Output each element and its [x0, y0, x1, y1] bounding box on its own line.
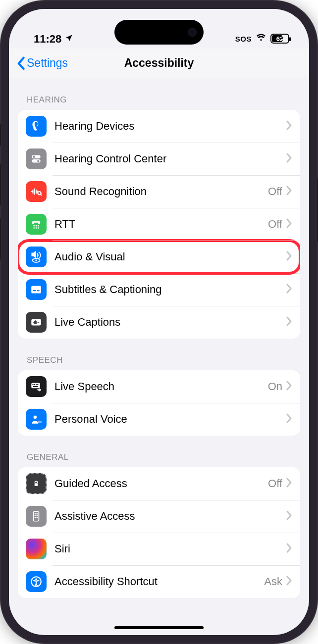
- section-header-speech: SPEECH: [9, 339, 309, 370]
- row-value: Ask: [264, 575, 282, 588]
- row-value: Off: [268, 185, 282, 198]
- svg-point-5: [33, 225, 35, 227]
- toggles-icon: [26, 149, 47, 169]
- home-indicator[interactable]: [114, 626, 204, 629]
- chevron-right-icon: [286, 381, 292, 393]
- row-value: Off: [268, 477, 282, 490]
- svg-point-10: [38, 227, 39, 229]
- row-siri[interactable]: Siri: [18, 533, 300, 565]
- chevron-right-icon: [286, 153, 292, 165]
- chevron-right-icon: [286, 478, 292, 490]
- content-scroll[interactable]: HEARING Hearing Devices Hearing Control …: [9, 78, 309, 635]
- group-hearing: Hearing Devices Hearing Control Center S…: [18, 110, 300, 339]
- svg-point-8: [33, 227, 35, 229]
- section-header-hearing: HEARING: [9, 78, 309, 110]
- svg-point-33: [35, 578, 37, 580]
- row-label: Live Captions: [54, 316, 286, 329]
- svg-rect-31: [37, 517, 38, 518]
- chevron-right-icon: [286, 218, 292, 230]
- svg-rect-25: [34, 511, 39, 521]
- chevron-right-icon: [286, 576, 292, 588]
- row-assistive-access[interactable]: Assistive Access: [18, 500, 300, 533]
- location-icon: [64, 33, 73, 46]
- row-label: Live Speech: [54, 380, 268, 393]
- row-hearing-control-center[interactable]: Hearing Control Center: [18, 143, 300, 175]
- chevron-left-icon: [16, 56, 26, 70]
- svg-point-23: [34, 415, 37, 419]
- row-label: Guided Access: [54, 477, 268, 490]
- chevron-right-icon: [286, 510, 292, 522]
- row-label: Sound Recognition: [54, 185, 268, 198]
- row-label: Personal Voice: [54, 413, 286, 426]
- svg-rect-19: [34, 384, 35, 385]
- keyboard-wave-icon: [26, 376, 47, 397]
- row-label: Hearing Control Center: [54, 152, 286, 165]
- row-label: Hearing Devices: [54, 120, 286, 133]
- row-live-speech[interactable]: Live Speech On: [18, 370, 300, 403]
- chevron-right-icon: [286, 316, 292, 328]
- row-value: On: [268, 380, 282, 393]
- svg-rect-21: [37, 384, 38, 385]
- svg-point-1: [33, 156, 35, 158]
- nav-bar: Settings Accessibility: [9, 49, 309, 78]
- svg-rect-30: [35, 517, 36, 518]
- row-label: Accessibility Shortcut: [54, 575, 264, 588]
- svg-rect-27: [37, 513, 38, 515]
- svg-rect-20: [36, 384, 37, 385]
- battery-percent: 62: [271, 35, 288, 43]
- dynamic-island: [114, 20, 204, 45]
- back-label: Settings: [27, 56, 68, 70]
- svg-rect-22: [33, 386, 38, 387]
- chevron-right-icon: [286, 120, 292, 132]
- svg-point-9: [36, 227, 37, 229]
- group-general: Guided Access Off Assistive Access Siri: [18, 467, 300, 598]
- row-hearing-devices[interactable]: Hearing Devices: [18, 110, 300, 143]
- svg-point-12: [35, 259, 37, 261]
- svg-rect-17: [31, 383, 40, 388]
- svg-rect-14: [33, 290, 37, 291]
- row-live-captions[interactable]: Live Captions: [18, 306, 300, 339]
- chevron-right-icon: [286, 284, 292, 296]
- section-header-general: GENERAL: [9, 436, 309, 467]
- svg-rect-28: [35, 515, 36, 516]
- row-label: Subtitles & Captioning: [54, 283, 286, 296]
- svg-rect-26: [35, 513, 36, 515]
- row-label: Assistive Access: [54, 510, 286, 523]
- svg-rect-15: [37, 290, 39, 291]
- svg-point-6: [36, 225, 37, 227]
- siri-icon: [26, 539, 47, 559]
- row-guided-access[interactable]: Guided Access Off: [18, 467, 300, 500]
- svg-point-7: [38, 225, 39, 227]
- row-audio-visual[interactable]: Audio & Visual: [18, 241, 300, 273]
- svg-rect-16: [31, 319, 41, 326]
- row-rtt[interactable]: RTT Off: [18, 208, 300, 241]
- chevron-right-icon: [286, 543, 292, 555]
- guided-access-icon: [26, 473, 47, 494]
- row-value: Off: [268, 218, 282, 231]
- svg-rect-13: [31, 286, 41, 293]
- speaker-eye-icon: [26, 247, 47, 267]
- row-label: Audio & Visual: [54, 250, 286, 263]
- accessibility-icon: [26, 571, 47, 592]
- wifi-icon: [256, 32, 266, 46]
- back-button[interactable]: Settings: [9, 56, 68, 70]
- grid-phone-icon: [26, 506, 47, 527]
- row-label: Siri: [54, 543, 286, 555]
- sos-indicator: SOS: [235, 35, 252, 43]
- row-accessibility-shortcut[interactable]: Accessibility Shortcut Ask: [18, 565, 300, 598]
- svg-rect-24: [35, 483, 38, 486]
- sound-wave-search-icon: [26, 181, 47, 202]
- row-personal-voice[interactable]: Personal Voice: [18, 403, 300, 436]
- svg-rect-29: [37, 515, 38, 516]
- row-sound-recognition[interactable]: Sound Recognition Off: [18, 175, 300, 208]
- row-subtitles-captioning[interactable]: Subtitles & Captioning: [18, 273, 300, 306]
- person-wave-icon: [26, 409, 47, 430]
- status-time: 11:28: [34, 33, 61, 46]
- svg-rect-18: [32, 384, 33, 385]
- chevron-right-icon: [286, 186, 292, 198]
- tty-phone-icon: [26, 214, 47, 235]
- subtitles-icon: [26, 279, 47, 300]
- chevron-right-icon: [286, 413, 292, 425]
- battery-icon: 62: [270, 34, 289, 44]
- row-label: RTT: [54, 218, 268, 231]
